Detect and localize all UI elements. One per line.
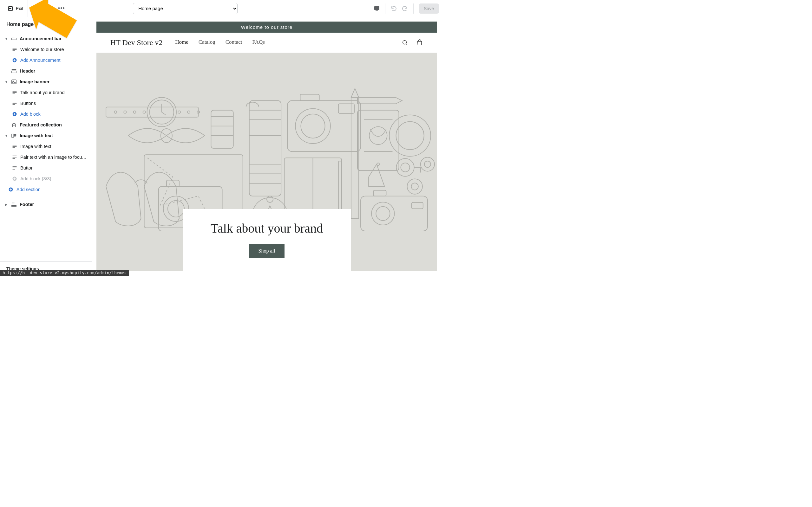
- svg-point-64: [369, 127, 387, 145]
- svg-rect-29: [13, 166, 17, 167]
- tree-label: Image with text: [20, 133, 53, 138]
- tree-label: Announcement bar: [20, 36, 61, 41]
- svg-rect-21: [14, 135, 16, 136]
- tree-section[interactable]: ▼Image banner: [3, 76, 89, 87]
- tree-block[interactable]: Add Announcement: [3, 55, 89, 66]
- viewport-desktop-button[interactable]: [371, 3, 383, 14]
- nav-faqs[interactable]: FAQs: [252, 39, 265, 46]
- svg-rect-24: [13, 146, 17, 147]
- page-selector[interactable]: Home page: [133, 3, 238, 14]
- save-button[interactable]: Save: [419, 3, 439, 14]
- svg-rect-1: [374, 6, 379, 10]
- svg-rect-9: [12, 71, 16, 73]
- imgtext-icon: [11, 133, 17, 138]
- search-icon[interactable]: [402, 39, 409, 46]
- tree-block[interactable]: Buttons: [3, 98, 89, 109]
- svg-point-42: [143, 111, 146, 113]
- svg-point-70: [420, 157, 435, 171]
- tree-label: Add Announcement: [20, 58, 61, 63]
- tree-label: Image banner: [20, 79, 49, 84]
- svg-rect-53: [249, 101, 281, 196]
- tree-block[interactable]: Welcome to our store: [3, 44, 89, 55]
- svg-point-71: [424, 161, 431, 167]
- svg-rect-12: [13, 91, 17, 92]
- live-label: Live: [42, 6, 49, 11]
- chevron-icon[interactable]: ▼: [4, 134, 8, 137]
- tree-label: Add block (3/3): [20, 176, 51, 181]
- undo-button[interactable]: [388, 3, 399, 14]
- live-dot-icon: [37, 7, 40, 10]
- add-section-label: Add section: [16, 187, 41, 192]
- sidebar-title: Home page: [0, 17, 92, 32]
- svg-rect-3: [12, 38, 16, 40]
- monitor-icon: [374, 5, 380, 12]
- text-icon: [11, 47, 18, 52]
- tree-label: Featured collection: [20, 122, 62, 127]
- live-badge: Live: [35, 5, 52, 12]
- tree-section[interactable]: ▼Announcement bar: [3, 33, 89, 44]
- nav-catalog[interactable]: Catalog: [199, 39, 215, 46]
- svg-point-44: [188, 111, 190, 113]
- tree-block[interactable]: Talk about your brand: [3, 87, 89, 98]
- svg-rect-31: [13, 169, 15, 170]
- tree-block[interactable]: Pair text with an image to focu…: [3, 152, 89, 163]
- redo-button[interactable]: [399, 3, 411, 14]
- chevron-icon[interactable]: ▼: [4, 37, 8, 41]
- svg-point-56: [301, 114, 325, 138]
- svg-rect-16: [13, 103, 17, 104]
- chevron-icon[interactable]: ▶: [4, 203, 8, 206]
- exit-button[interactable]: Exit: [5, 6, 26, 11]
- svg-rect-20: [14, 134, 16, 135]
- svg-point-43: [178, 111, 181, 113]
- chevron-icon[interactable]: ▼: [4, 80, 8, 83]
- svg-point-69: [401, 163, 410, 172]
- svg-rect-54: [287, 101, 361, 152]
- add-icon: [11, 112, 18, 117]
- site-header: HT Dev Store v2 Home Catalog Contact FAQ…: [96, 33, 437, 53]
- svg-point-66: [389, 115, 430, 156]
- svg-rect-36: [106, 107, 198, 117]
- tree-label: Buttons: [20, 101, 36, 106]
- preview-canvas: Welcome to our store HT Dev Store v2 Hom…: [92, 17, 442, 276]
- page-select-input[interactable]: Home page: [133, 3, 238, 14]
- announcement-bar[interactable]: Welcome to our store: [96, 21, 437, 33]
- tree-section[interactable]: ▼Image with text: [3, 130, 89, 141]
- text-icon: [11, 90, 18, 95]
- svg-rect-58: [300, 94, 319, 101]
- svg-point-50: [168, 201, 184, 217]
- tree-section[interactable]: Header: [3, 66, 89, 76]
- exit-icon: [8, 6, 13, 11]
- announcement-icon: [11, 36, 17, 42]
- svg-rect-34: [12, 205, 16, 207]
- hero-banner[interactable]: Talk about your brand Shop all: [96, 53, 437, 271]
- svg-point-73: [411, 183, 418, 190]
- store-brand[interactable]: HT Dev Store v2: [110, 38, 162, 47]
- add-section-button[interactable]: Add section: [3, 184, 89, 195]
- hero-cta-button[interactable]: Shop all: [249, 244, 285, 258]
- nav-contact[interactable]: Contact: [225, 39, 242, 46]
- tree-block[interactable]: Add block (3/3): [3, 173, 89, 184]
- svg-point-72: [407, 179, 422, 194]
- svg-rect-25: [13, 147, 15, 148]
- tree-block[interactable]: Button: [3, 163, 89, 173]
- add-icon: [11, 58, 18, 63]
- tree-block[interactable]: Image with text: [3, 141, 89, 152]
- cart-icon[interactable]: [416, 39, 423, 46]
- tree-section[interactable]: Featured collection: [3, 119, 89, 130]
- nav-home[interactable]: Home: [175, 39, 189, 46]
- tree-label: Talk about your brand: [20, 90, 64, 95]
- svg-point-41: [133, 111, 136, 113]
- text-icon: [11, 155, 18, 160]
- tree-section[interactable]: ▶Footer: [3, 199, 89, 210]
- svg-rect-63: [357, 110, 399, 171]
- image-icon: [11, 79, 17, 84]
- svg-rect-8: [12, 69, 16, 71]
- sidebar: Home page ▼Announcement barWelcome to ou…: [0, 17, 92, 276]
- main-nav: Home Catalog Contact FAQs: [175, 39, 265, 46]
- svg-point-75: [371, 202, 394, 225]
- more-menu[interactable]: •••: [57, 4, 66, 13]
- tree-label: Welcome to our store: [20, 47, 64, 52]
- svg-rect-13: [13, 92, 17, 93]
- svg-rect-23: [13, 145, 17, 146]
- tree-block[interactable]: Add block: [3, 109, 89, 119]
